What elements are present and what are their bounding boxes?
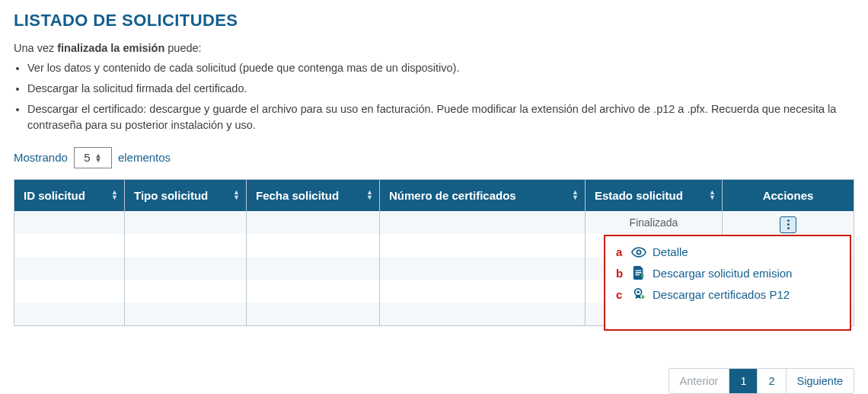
kebab-icon	[784, 219, 792, 229]
page-title: LISTADO DE SOLICITUDES	[14, 11, 854, 30]
table-row: Finalizada	[14, 211, 854, 234]
cell-fecha	[247, 234, 380, 257]
cell-id	[14, 211, 125, 234]
action-descargar-certificados[interactable]: c Descargar certificados P12	[616, 287, 844, 301]
cell-fecha	[247, 211, 380, 234]
actions-dropdown: a Detalle b Descargar solicitud emision …	[604, 235, 851, 331]
col-numero-certificados[interactable]: Número de certificados▲▼	[380, 179, 586, 211]
col-label: Estado solicitud	[595, 189, 683, 202]
sort-icon: ▲▼	[233, 190, 240, 200]
col-tipo-solicitud[interactable]: Tipo solicitud▲▼	[125, 179, 247, 211]
select-caret-icon: ▲▼	[95, 153, 102, 162]
length-value: 5	[84, 151, 90, 164]
cell-numero	[380, 211, 586, 234]
intro-suffix: puede:	[164, 42, 201, 54]
cell-fecha	[247, 280, 380, 303]
cell-tipo	[125, 211, 247, 234]
callout-letter: b	[616, 267, 625, 280]
cell-estado: Finalizada	[586, 211, 723, 234]
intro-text: Una vez finalizada la emisión puede:	[14, 42, 854, 54]
page-prev[interactable]: Anterior	[669, 369, 730, 393]
action-descargar-solicitud[interactable]: b Descargar solicitud emision	[616, 266, 844, 280]
action-label: Detalle	[653, 245, 688, 258]
action-label: Descargar certificados P12	[653, 288, 790, 301]
svg-point-2	[637, 291, 640, 294]
bullet-item: Ver los datos y contenido de cada solici…	[27, 60, 854, 76]
col-label: Fecha solicitud	[256, 189, 339, 202]
page-length-control: Mostrando 5 ▲▼ elementos	[14, 147, 854, 168]
svg-point-0	[637, 250, 640, 254]
col-id-solicitud[interactable]: ID solicitud▲▼	[14, 179, 125, 211]
sort-icon: ▲▼	[709, 190, 716, 200]
col-label: Número de certificados	[389, 189, 516, 202]
callout-letter: c	[616, 288, 625, 301]
length-select[interactable]: 5 ▲▼	[74, 147, 112, 168]
cell-numero	[380, 303, 586, 326]
eye-icon	[631, 247, 646, 258]
cell-acciones	[723, 211, 854, 234]
cell-tipo	[125, 234, 247, 257]
intro-prefix: Una vez	[14, 42, 57, 54]
length-suffix: elementos	[118, 151, 171, 164]
page-2[interactable]: 2	[758, 369, 786, 393]
bullet-item: Descargar la solicitud firmada del certi…	[27, 81, 854, 97]
cell-numero	[380, 280, 586, 303]
intro-bullets: Ver los datos y contenido de cada solici…	[27, 60, 854, 133]
col-fecha-solicitud[interactable]: Fecha solicitud▲▼	[247, 179, 380, 211]
page-1[interactable]: 1	[729, 369, 758, 393]
cell-id	[14, 303, 125, 326]
cell-tipo	[125, 257, 247, 280]
cell-numero	[380, 257, 586, 280]
col-label: Acciones	[763, 189, 814, 202]
cell-tipo	[125, 303, 247, 326]
cell-numero	[380, 234, 586, 257]
action-label: Descargar solicitud emision	[653, 267, 792, 280]
sort-icon: ▲▼	[111, 190, 118, 200]
col-acciones: Acciones	[723, 179, 854, 211]
cell-id	[14, 280, 125, 303]
callout-letter: a	[616, 245, 625, 258]
sort-icon: ▲▼	[572, 190, 579, 200]
actions-button[interactable]	[780, 217, 796, 232]
col-label: ID solicitud	[24, 189, 85, 202]
intro-bold: finalizada la emisión	[57, 42, 164, 54]
page-next[interactable]: Siguiente	[787, 369, 854, 393]
cell-tipo	[125, 280, 247, 303]
col-estado-solicitud[interactable]: Estado solicitud▲▼	[586, 179, 723, 211]
pagination: Anterior 1 2 Siguiente	[669, 368, 854, 394]
bullet-item: Descargar el certificado: descargue y gu…	[27, 101, 854, 133]
cell-id	[14, 234, 125, 257]
file-download-icon	[631, 266, 646, 280]
sort-icon: ▲▼	[366, 190, 373, 200]
cell-fecha	[247, 257, 380, 280]
action-detalle[interactable]: a Detalle	[616, 245, 844, 258]
length-prefix: Mostrando	[14, 151, 68, 164]
col-label: Tipo solicitud	[134, 189, 208, 202]
cell-fecha	[247, 303, 380, 326]
certificate-download-icon	[631, 287, 646, 301]
cell-id	[14, 257, 125, 280]
